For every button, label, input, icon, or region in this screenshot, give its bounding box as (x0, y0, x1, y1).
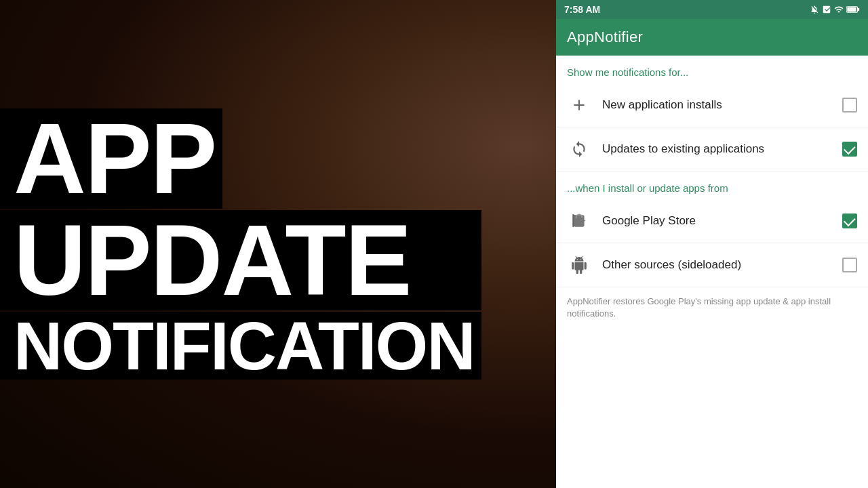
new-installs-checkbox[interactable] (842, 98, 857, 113)
footer-note: AppNotifier restores Google Play's missi… (556, 287, 868, 328)
status-bar: 7:58 AM (556, 0, 868, 19)
content-area: Show me notifications for... New applica… (556, 56, 868, 488)
x-icon (822, 5, 831, 14)
list-item-updates[interactable]: Updates to existing applications (556, 127, 868, 171)
status-time: 7:58 AM (564, 4, 600, 15)
play-store-label: Google Play Store (602, 214, 831, 228)
wifi-icon (834, 5, 844, 14)
mute-icon (810, 5, 819, 14)
updates-checkbox[interactable] (842, 142, 857, 157)
svg-rect-3 (574, 215, 584, 226)
section2-header: ...when I install or update apps from (556, 171, 868, 199)
new-installs-label: New application installs (602, 98, 831, 112)
overlay-line1: APP (0, 108, 222, 209)
section1-header: Show me notifications for... (556, 56, 868, 83)
status-icons (810, 5, 860, 14)
overlay-line2: UPDATE (0, 210, 481, 310)
overlay-line3: NOTIFICATION (0, 312, 481, 380)
list-item-play-store[interactable]: Google Play Store (556, 199, 868, 243)
other-sources-checkbox[interactable] (842, 258, 857, 272)
battery-icon (846, 5, 860, 14)
list-item-new-installs[interactable]: New application installs (556, 83, 868, 127)
app-header: AppNotifier (556, 19, 868, 56)
play-store-icon (567, 209, 591, 233)
android-icon (567, 253, 591, 277)
app-title: AppNotifier (567, 28, 643, 45)
svg-rect-2 (847, 7, 856, 12)
phone-panel: 7:58 AM AppNotifier (556, 0, 868, 488)
plus-icon (567, 93, 591, 117)
updates-label: Updates to existing applications (602, 142, 831, 156)
other-sources-label: Other sources (sideloaded) (602, 258, 831, 272)
play-store-checkbox[interactable] (842, 214, 857, 228)
list-item-other-sources[interactable]: Other sources (sideloaded) (556, 243, 868, 287)
svg-rect-1 (858, 8, 860, 11)
refresh-icon (567, 137, 591, 161)
overlay-text: APP UPDATE NOTIFICATION (0, 108, 481, 380)
